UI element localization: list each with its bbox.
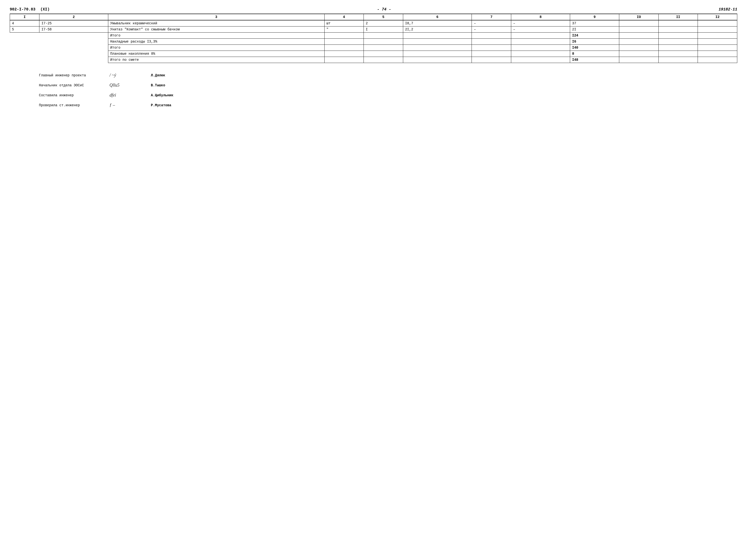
document-header: 902-I-70.83 (XI) - 74 - 19182·11 — [10, 7, 737, 12]
sig-row-compiled: Составила инженер dfei А.Цибульник — [39, 92, 737, 98]
col-header-2: 2 — [40, 14, 108, 20]
sig-row-dept-head: Начальник отдела ЭОСиС Qllu5 В.Тышко — [39, 83, 737, 88]
sig-row-chief-engineer: Главный инженер проекта / ~ý Л.Дялюк — [39, 73, 737, 78]
doc-section: (XI) — [41, 7, 50, 12]
col-header-9: 9 — [570, 14, 619, 20]
main-table: I 2 3 4 5 6 7 8 9 IO II I2 4 I7-25 Умыва… — [10, 14, 737, 63]
summary-value-itogo-smeta: I48 — [570, 57, 619, 63]
col-header-10: IO — [619, 14, 659, 20]
summary-value-itogo2: I40 — [570, 45, 619, 51]
summary-value-itogo1: I24 — [570, 33, 619, 39]
summary-label-planovye: Плановые накопления 8% — [108, 51, 324, 57]
cell-row5-col5: I — [364, 27, 403, 33]
summary-row-nakladnye: Накладные расходы I3,3% I6 — [10, 39, 737, 45]
cell-row5-col12 — [698, 27, 737, 33]
sig-name-verified: Р.Мусатова — [151, 103, 171, 107]
summary-label-itogo1: Итого — [108, 33, 324, 39]
summary-label-nakladnye: Накладные расходы I3,3% — [108, 39, 324, 45]
cell-row4-col10 — [619, 20, 659, 27]
cell-row5-col11 — [659, 27, 698, 33]
summary-value-planovye: 8 — [570, 51, 619, 57]
doc-id: 902-I-70.83 — [10, 7, 35, 12]
table-row: 4 I7-25 Умывальник керамический шт 2 I8,… — [10, 20, 737, 27]
summary-row-itogo-smeta: Итого по смете I48 — [10, 57, 737, 63]
col-header-5: 5 — [364, 14, 403, 20]
cell-row5-col8: – — [511, 27, 570, 33]
col-header-1: I — [10, 14, 40, 20]
col-header-12: I2 — [698, 14, 737, 20]
sig-sign-verified: ƒ – — [109, 103, 149, 108]
sig-title-compiled: Составила инженер — [39, 94, 107, 97]
cell-row4-col5: 2 — [364, 20, 403, 27]
cell-row5-col4: " — [324, 27, 364, 33]
signatures-section: Главный инженер проекта / ~ý Л.Дялюк Нач… — [39, 73, 737, 108]
cell-row5-col7: – — [472, 27, 511, 33]
sig-row-verified: Проверила ст.инженер ƒ – Р.Мусатова — [39, 103, 737, 108]
cell-row5-col9: 2I — [570, 27, 619, 33]
sig-sign-compiled: dfei — [109, 92, 149, 98]
col-header-6: 6 — [403, 14, 472, 20]
cell-row4-col3: Умывальник керамический — [108, 20, 324, 27]
table-row: 5 I7-58 Унитаз "Компакт" со смывным бачк… — [10, 27, 737, 33]
col-header-11: II — [659, 14, 698, 20]
cell-row4-col4: шт — [324, 20, 364, 27]
cell-row5-col2: I7-58 — [40, 27, 108, 33]
cell-row4-col9: 37 — [570, 20, 619, 27]
page-number: - 74 - — [377, 7, 391, 12]
ref-number: 19182·11 — [719, 7, 737, 12]
summary-row-planovye: Плановые накопления 8% 8 — [10, 51, 737, 57]
cell-row4-col11 — [659, 20, 698, 27]
summary-label-itogo2: Итого — [108, 45, 324, 51]
summary-row-itogo1: Итого I24 — [10, 33, 737, 39]
sig-title-verified: Проверила ст.инженер — [39, 103, 107, 107]
sig-title-dept-head: Начальник отдела ЭОСиС — [39, 83, 107, 87]
cell-row5-col3: Унитаз "Компакт" со смывным бачком — [108, 27, 324, 33]
cell-row5-col1: 5 — [10, 27, 40, 33]
summary-label-itogo-smeta: Итого по смете — [108, 57, 324, 63]
summary-value-nakladnye: I6 — [570, 39, 619, 45]
col-header-3: 3 — [108, 14, 324, 20]
sig-title-chief-engineer: Главный инженер проекта — [39, 74, 107, 77]
col-header-8: 8 — [511, 14, 570, 20]
cell-row4-col6: I8,7 — [403, 20, 472, 27]
cell-row5-col6: 2I,2 — [403, 27, 472, 33]
summary-row-itogo2: Итого I40 — [10, 45, 737, 51]
col-header-4: 4 — [324, 14, 364, 20]
cell-row4-col12 — [698, 20, 737, 27]
sig-name-chief-engineer: Л.Дялюк — [151, 74, 165, 77]
sig-name-dept-head: В.Тышко — [151, 83, 165, 87]
cell-row4-col2: I7-25 — [40, 20, 108, 27]
sig-name-compiled: А.Цибульник — [151, 94, 173, 97]
cell-row4-col7: – — [472, 20, 511, 27]
cell-row5-col10 — [619, 27, 659, 33]
cell-row4-col1: 4 — [10, 20, 40, 27]
cell-row4-col8: – — [511, 20, 570, 27]
sig-sign-dept-head: Qllu5 — [109, 83, 149, 88]
col-header-7: 7 — [472, 14, 511, 20]
sig-sign-chief-engineer: / ~ý — [109, 73, 149, 78]
